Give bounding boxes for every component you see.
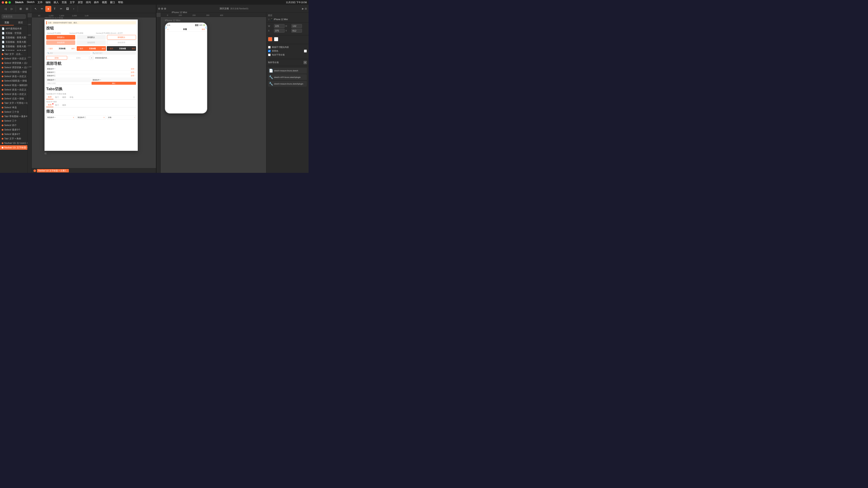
bg-color-value[interactable] (304, 50, 307, 53)
layer-multiselect3[interactable]: Select/ 多选 + 自定义 + 图标... (0, 92, 27, 96)
page-item-app[interactable]: 📄 APP通用组件库 (0, 27, 27, 31)
selection-handle-br[interactable] (206, 112, 207, 113)
iphone-back-btn[interactable]: ◁ (167, 28, 168, 30)
window-controls[interactable] (2, 1, 11, 4)
menu-sketch[interactable]: Sketch (27, 1, 35, 4)
right-h-input[interactable] (291, 24, 302, 28)
export-tool[interactable]: ↑ (71, 6, 77, 12)
layer-select1[interactable]: Select/ 添加 + 自定义 + 按钮 (0, 56, 27, 61)
tab-item-2[interactable]: 热门 (53, 95, 61, 99)
btn-orange-disabled[interactable]: 按钮禁用 (46, 40, 75, 45)
vector-tool[interactable]: ✂ (58, 6, 64, 12)
select-item-1[interactable]: 搜索条件一 全部 › (46, 67, 136, 71)
layer-single[interactable]: Select/ 单选 (0, 105, 27, 110)
right-w-input[interactable] (274, 24, 285, 28)
draw-tool[interactable]: ✏ (39, 6, 45, 12)
menu-insert[interactable]: 插入 (54, 1, 59, 4)
layer-multiselect1[interactable]: Select/ 多选 + 自定义 + 图标... (0, 74, 27, 78)
btn-orange-primary[interactable]: 按钮默认 (46, 35, 75, 40)
tab-item-3[interactable]: 最新 (61, 95, 68, 99)
filter-item-1[interactable]: 筛选条件一 ∨ (46, 115, 75, 120)
asset-item-3[interactable]: 🔧 sketch-meaure-bruno.sketchplugin (268, 81, 307, 87)
maximize-button[interactable] (8, 1, 11, 4)
tab-item-4[interactable]: 本地 (68, 95, 75, 99)
tab2-active[interactable]: 推荐 (46, 103, 53, 107)
menu-plugins[interactable]: 插件 (94, 1, 99, 4)
menu-text[interactable]: 文字 (70, 1, 75, 4)
layer-multiselect2[interactable]: Select/ 多选 + 自定义 + 按钮... (0, 88, 27, 92)
add-export-btn[interactable]: + (304, 61, 307, 64)
layer-max5[interactable]: Select/ 最多5个 (0, 128, 27, 132)
layer-select3[interactable]: Select/ 类型切换 + 点击 + 白... (0, 65, 27, 70)
layer-icon-tab[interactable]: Tab/ 带有图标 + 最多4个字... (0, 114, 27, 119)
text-tool[interactable]: T (52, 6, 58, 12)
layer-2level1[interactable]: Select/2级联选 + 按钮 (0, 70, 27, 74)
right-layer-item[interactable]: ▽ 📱 iPhone 12 Mini (268, 18, 307, 21)
page-item-blank[interactable]: 📄 页面板 · 空页面 (0, 31, 27, 35)
select-btn-inactive[interactable]: 选项B (68, 56, 89, 60)
tab2-3[interactable]: 最新 (61, 103, 68, 107)
selection-handle-tr[interactable] (206, 27, 207, 28)
tab-star[interactable]: ☆ (132, 95, 136, 99)
right-minimize[interactable] (161, 8, 163, 10)
menu-window[interactable]: 窗口 (110, 1, 115, 4)
tab-pages[interactable]: 页面 (0, 20, 14, 25)
right-maximize[interactable] (164, 8, 166, 10)
page-item-template1[interactable]: 📄 页面模板 · 查看大图 · 有分类 (0, 35, 27, 40)
layer-navbar1[interactable]: Navbar/ 白/ 左/ icon1 + 右icon4 (0, 141, 27, 145)
close-select-btn[interactable]: ✕ (90, 56, 93, 60)
filter-item-3[interactable]: 价格 ↕ (107, 115, 136, 120)
shape-tool[interactable]: ● (45, 6, 51, 12)
image-tool[interactable]: 🖼 (64, 6, 70, 12)
select-btn-active[interactable]: 选项A (46, 56, 67, 60)
page-item-template3[interactable]: 📄 页面模板 · 查看大图 · 有分类-白 (0, 44, 27, 49)
layer-3item[interactable]: Select/ 三个含 (0, 110, 27, 114)
page-item-template2[interactable]: 📄 页面模板 · 查看大图 · 无分类 (0, 40, 27, 44)
filter-item-2[interactable]: 筛选条件二 ∨ (76, 115, 105, 120)
menu-page[interactable]: 页面 (62, 1, 67, 4)
layer-tab-angle[interactable]: Tab/ 文字 + 角标 (0, 136, 27, 141)
right-close[interactable] (158, 8, 160, 10)
layer-navbar2[interactable]: Navbar/ 白/ 文字标题 + 左重2... (0, 145, 27, 150)
bg-color-check[interactable] (268, 50, 271, 52)
layer-assoc[interactable]: Select/ 联选 + 辅助说明在右... (0, 83, 27, 88)
layer-tab2[interactable]: Tab/ 文字 + 可滑动 + 收藏 (0, 101, 27, 105)
selection-handle-tl[interactable] (165, 27, 166, 28)
forward-btn[interactable]: ▷ (9, 6, 15, 12)
tab-layers[interactable]: 图层 (14, 20, 28, 25)
search-input[interactable] (2, 14, 26, 19)
tab-item-active[interactable]: 推荐 (46, 95, 53, 99)
page-item-template4[interactable]: 📄 页面模板 · 查看大图 · 无分类-白 (0, 49, 27, 51)
right-tool2[interactable]: ⊞ (305, 7, 307, 10)
layer-2level2[interactable]: Select/2级联选 + 按钮 (0, 78, 27, 83)
scale-content-check[interactable] (268, 46, 271, 48)
menu-edit[interactable]: 编辑 (45, 1, 51, 4)
search-bar-2[interactable]: 🔍 搜索关键字 (92, 52, 136, 55)
menu-arrange[interactable]: 排列 (86, 1, 91, 4)
active-layer-label[interactable]: Navbar/ 白/ 文字标题 + 左重2... (37, 169, 69, 172)
close-button[interactable] (2, 1, 4, 4)
selection-handle-bl[interactable] (165, 112, 166, 113)
minimize-button[interactable] (5, 1, 7, 4)
right-y-input[interactable] (291, 29, 302, 33)
btn-outline-default[interactable]: 按钮默认 (107, 35, 136, 40)
btn-gray-disabled[interactable]: 按钮禁用 (76, 40, 105, 45)
right-canvas[interactable]: 0 100 200 300 400 iPhone 12 Mini 9:41 ▌▌… (156, 13, 266, 173)
layer-select2[interactable]: Select/ 类型切换 + 点击 + 白... (0, 61, 27, 65)
right-tool1[interactable]: ▶ (302, 7, 304, 10)
export-check[interactable] (268, 54, 271, 56)
content-item4[interactable]: 确认 (92, 82, 136, 85)
select-tool[interactable]: ↖ (33, 6, 38, 12)
iphone-nav-action[interactable]: 操作 (202, 28, 205, 31)
fill-color-swatch[interactable] (268, 37, 272, 41)
btn-outline-disabled[interactable]: 按钮禁用 (107, 40, 136, 45)
layer-pointselect[interactable]: Select/ 点选 + 按钮 (0, 96, 27, 101)
btn-gray-default[interactable]: 按钮默认 (76, 35, 105, 40)
asset-item-1[interactable]: 📄 sketch-meaure-bruno.sketch (268, 68, 307, 73)
menu-file[interactable]: 文件 (37, 1, 42, 4)
search-bar-1[interactable]: 🔍 搜索 (46, 52, 91, 55)
asset-item-2[interactable]: 🔧 sketch-APP-bruno.sketchplugin (268, 74, 307, 80)
right-x-input[interactable] (274, 29, 285, 33)
grid-btn[interactable]: ⊞ (18, 6, 24, 12)
layer-tab[interactable]: Tab/ 文字 · 点击... (0, 52, 27, 56)
